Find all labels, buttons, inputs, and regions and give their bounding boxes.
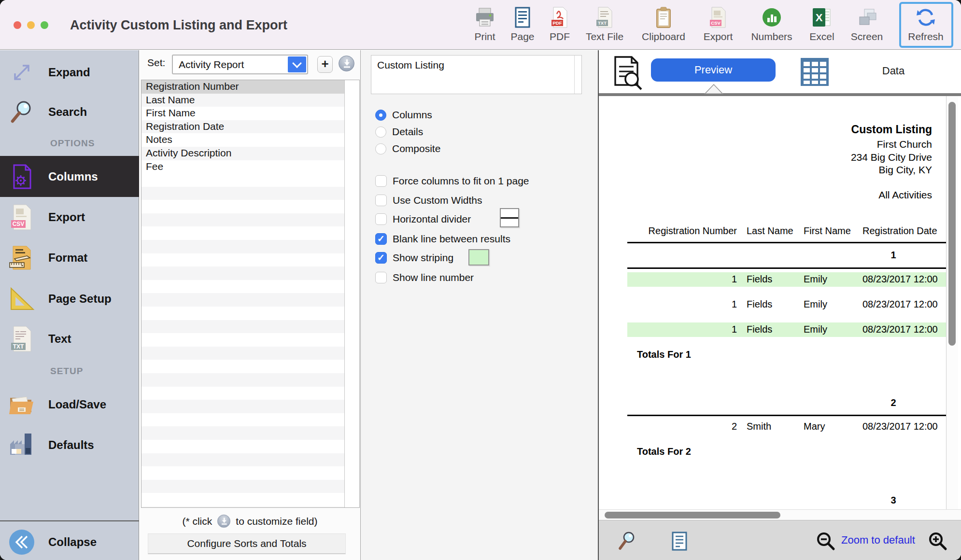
preview-document-search-icon: [609, 54, 646, 93]
checkbox-horizontal-divider[interactable]: Horizontal divider: [375, 211, 471, 227]
checkbox-blank-line[interactable]: ✓ Blank line between results: [375, 231, 510, 247]
field-list-scrollbar[interactable]: [344, 80, 359, 507]
text-file-button[interactable]: TXT Text File: [577, 5, 633, 47]
add-set-button[interactable]: +: [317, 56, 333, 73]
sidebar-section-options: OPTIONS: [50, 138, 139, 149]
download-icon: [217, 515, 230, 528]
download-field-button[interactable]: [339, 56, 354, 71]
field-row[interactable]: Notes: [141, 133, 344, 147]
sidebar-item-format[interactable]: Format: [0, 242, 139, 273]
document-lines-icon[interactable]: [669, 531, 690, 553]
report-row: 1 Fields Emily 08/23/2017 12:00: [627, 297, 948, 312]
sidebar-item-defaults[interactable]: Defaults: [0, 430, 139, 461]
divider-style-button[interactable]: [500, 208, 519, 227]
chevron-down-icon[interactable]: [288, 56, 306, 72]
report-preview-document: Custom Listing First Church 234 Big City…: [599, 96, 961, 509]
csv-export-icon: CSV: [8, 204, 36, 231]
export-button[interactable]: CSV Export: [690, 5, 746, 47]
preview-vertical-scrollbar[interactable]: [946, 96, 958, 509]
report-row: 1 Fields Emily 08/23/2017 12:00: [627, 272, 948, 287]
field-row[interactable]: Fee: [141, 160, 344, 174]
striping-color-swatch[interactable]: [468, 249, 489, 266]
group-number: 2: [864, 397, 922, 408]
customize-hint: (* click to customize field): [140, 513, 360, 529]
sidebar: Expand Search OPTIONS Columns CSV Export: [0, 50, 139, 560]
screen-icon: [839, 5, 895, 30]
scrollbar-thumb[interactable]: [605, 512, 780, 518]
field-row[interactable]: Registration Date: [141, 120, 344, 134]
listing-options-panel: Custom Listing Columns Details Composite…: [360, 50, 598, 560]
magnifier-tool-icon[interactable]: [616, 530, 638, 554]
preview-panel: Preview Data Custom Listing First Church…: [598, 50, 961, 560]
radio-columns[interactable]: Columns: [375, 107, 432, 123]
report-rule: [627, 267, 947, 269]
checkbox-show-striping[interactable]: ✓ Show striping: [375, 250, 453, 266]
report-title: Custom Listing: [851, 123, 932, 136]
listing-title-input[interactable]: Custom Listing: [371, 55, 582, 94]
field-list: Registration Number Last Name First Name…: [141, 80, 360, 508]
checkbox-icon: [375, 195, 387, 206]
configure-sorts-totals-button[interactable]: Configure Sorts and Totals: [148, 533, 346, 554]
group-totals-label: Totals For 1: [637, 349, 691, 360]
field-row[interactable]: Last Name: [141, 94, 344, 107]
collapse-chevrons-icon: [8, 528, 36, 556]
svg-text:CSV: CSV: [13, 221, 25, 227]
screen-button[interactable]: Screen: [839, 5, 895, 47]
set-dropdown-value: Activity Report: [179, 59, 244, 70]
report-organization: First Church: [877, 139, 932, 150]
numbers-app-icon: [744, 5, 800, 30]
sidebar-item-search[interactable]: Search: [0, 97, 139, 127]
svg-text:CSV: CSV: [711, 20, 721, 26]
zoom-window-button[interactable]: [41, 21, 48, 29]
data-grid-icon[interactable]: [800, 57, 830, 89]
checkbox-icon: [375, 213, 387, 225]
checkbox-force-columns[interactable]: Force columns to fit on 1 page: [375, 173, 529, 189]
checkbox-show-line-number[interactable]: Show line number: [375, 269, 474, 286]
close-window-button[interactable]: [14, 21, 21, 29]
sidebar-item-text[interactable]: TXT Text: [0, 323, 139, 354]
field-row[interactable]: First Name: [141, 107, 344, 120]
checkbox-custom-widths[interactable]: Use Custom Widths: [375, 192, 482, 209]
search-icon: [8, 98, 36, 126]
empty-field-rows: [141, 173, 344, 507]
zoom-to-default-link[interactable]: Zoom to default: [841, 534, 915, 546]
sidebar-item-export[interactable]: CSV Export: [0, 202, 139, 233]
field-rows: Registration Number Last Name First Name…: [141, 80, 344, 507]
radio-icon: [375, 143, 386, 154]
preview-horizontal-scrollbar[interactable]: [599, 509, 961, 520]
field-row[interactable]: Activity Description: [141, 147, 344, 160]
numbers-button[interactable]: Numbers: [744, 5, 800, 47]
zoom-in-icon[interactable]: [927, 531, 948, 554]
tab-preview[interactable]: Preview: [651, 58, 776, 82]
preview-header: Preview Data: [599, 50, 961, 93]
textarea-scrollbar: [574, 56, 575, 94]
sidebar-item-collapse[interactable]: Collapse: [0, 527, 139, 558]
radio-details[interactable]: Details: [375, 124, 423, 140]
radio-selected-icon: [375, 110, 386, 121]
sidebar-item-columns[interactable]: Columns: [0, 156, 139, 197]
checkbox-checked-icon: ✓: [375, 252, 387, 264]
minimize-window-button[interactable]: [27, 21, 35, 29]
tab-data[interactable]: Data: [855, 65, 932, 77]
clipboard-button[interactable]: Clipboard: [636, 5, 692, 47]
report-rule: [627, 242, 947, 243]
sidebar-item-page-setup[interactable]: Page Setup: [0, 283, 139, 314]
report-subtitle: All Activities: [878, 189, 932, 201]
sidebar-item-expand[interactable]: Expand: [0, 57, 139, 88]
title-bar: Activity Custom Listing and Export Print…: [0, 0, 961, 50]
scrollbar-thumb[interactable]: [948, 102, 956, 346]
svg-text:TXT: TXT: [598, 20, 607, 26]
report-row: 2 Smith Mary 08/23/2017 12:00: [627, 420, 948, 434]
window-title: Activity Custom Listing and Export: [70, 18, 287, 33]
csv-export-icon: CSV: [690, 5, 746, 30]
set-dropdown[interactable]: Activity Report: [172, 55, 308, 74]
radio-composite[interactable]: Composite: [375, 140, 440, 157]
sidebar-item-load-save[interactable]: Load/Save: [0, 389, 139, 420]
field-set-panel: Set: Activity Report + Registration Numb…: [140, 50, 360, 560]
sidebar-section-setup: SETUP: [50, 366, 139, 377]
page-setup-triangle-icon: [8, 285, 36, 312]
app-window: Activity Custom Listing and Export Print…: [0, 0, 961, 560]
field-row-selected[interactable]: Registration Number: [141, 80, 344, 94]
zoom-out-icon[interactable]: [815, 531, 836, 554]
factory-chart-icon: [8, 432, 36, 459]
